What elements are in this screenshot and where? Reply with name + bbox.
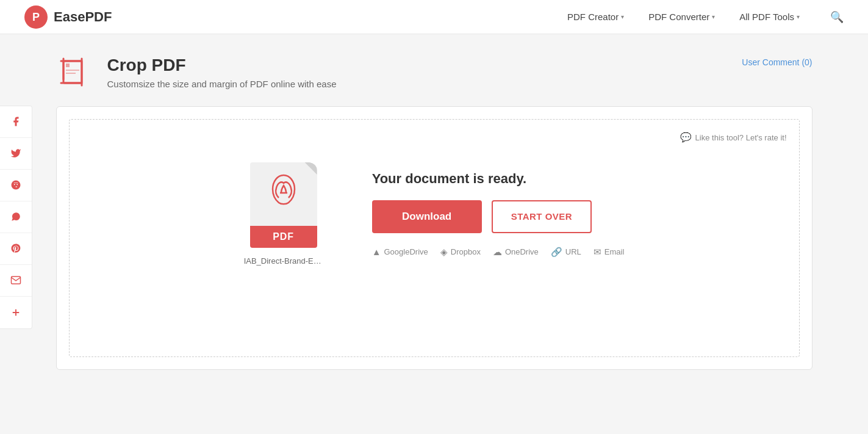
download-button[interactable]: Download: [372, 200, 482, 233]
pdf-preview: PDF IAB_Direct-Brand-Economy-20...: [244, 162, 323, 266]
pdf-label-text: PDF: [273, 231, 294, 242]
page-subtitle: Customsize the size and margin of PDF on…: [107, 79, 337, 89]
nav-pdf-creator-chevron: ▾: [621, 13, 624, 20]
acrobat-icon: [265, 172, 302, 209]
page-header-left: Crop PDF Customsize the size and margin …: [56, 52, 337, 92]
pdf-label-bar: PDF: [250, 226, 317, 248]
svg-text:P: P: [32, 11, 40, 23]
social-twitter[interactable]: [0, 138, 32, 170]
share-url[interactable]: 🔗 URL: [551, 247, 581, 258]
nav-all-pdf-tools[interactable]: All PDF Tools ▾: [739, 12, 800, 22]
email-label: Email: [604, 247, 625, 256]
social-more[interactable]: [0, 297, 32, 328]
nav-all-pdf-tools-chevron: ▾: [797, 13, 800, 20]
header: P EasePDF PDF Creator ▾ PDF Converter ▾ …: [0, 0, 868, 34]
googledrive-icon: ▲: [372, 247, 381, 257]
email-icon: ✉: [594, 247, 601, 258]
nav-pdf-creator[interactable]: PDF Creator ▾: [567, 12, 624, 22]
logo-icon: P: [24, 5, 48, 29]
chat-icon: 💬: [680, 132, 692, 143]
search-icon[interactable]: 🔍: [830, 10, 844, 24]
page-title-group: Crop PDF Customsize the size and margin …: [107, 56, 337, 89]
result-area: PDF IAB_Direct-Brand-Economy-20... Your …: [88, 138, 781, 278]
svg-point-3: [14, 184, 15, 185]
social-whatsapp[interactable]: [0, 201, 32, 233]
rate-tool-text: Like this tool? Let's rate it!: [695, 133, 787, 142]
social-facebook[interactable]: [0, 106, 32, 138]
nav-all-pdf-tools-label: All PDF Tools: [739, 12, 794, 22]
page-header: Crop PDF Customsize the size and margin …: [56, 52, 812, 92]
share-onedrive[interactable]: ☁ OneDrive: [493, 247, 539, 258]
svg-rect-14: [66, 73, 76, 74]
onedrive-label: OneDrive: [505, 247, 539, 256]
share-email[interactable]: ✉ Email: [594, 247, 625, 258]
dropbox-label: Dropbox: [451, 247, 481, 256]
rate-tool-link[interactable]: 💬 Like this tool? Let's rate it!: [680, 132, 787, 143]
start-over-button[interactable]: START OVER: [492, 200, 592, 233]
tool-inner: 💬 Like this tool? Let's rate it!: [69, 119, 800, 357]
share-options: ▲ GoogleDrive ◈ Dropbox ☁ OneDrive 🔗: [372, 247, 625, 258]
svg-point-2: [12, 181, 21, 190]
nav-pdf-creator-label: PDF Creator: [567, 12, 619, 22]
tool-container: 💬 Like this tool? Let's rate it!: [56, 106, 812, 370]
social-sidebar: [0, 106, 32, 329]
logo-text: EasePDF: [54, 9, 112, 25]
main-content: Crop PDF Customsize the size and margin …: [32, 34, 837, 388]
googledrive-label: GoogleDrive: [384, 247, 428, 256]
svg-rect-13: [66, 70, 79, 71]
page-title: Crop PDF: [107, 56, 337, 75]
nav-pdf-converter-chevron: ▾: [712, 13, 715, 20]
social-reddit[interactable]: [0, 170, 32, 201]
dropbox-icon: ◈: [440, 247, 448, 258]
nav-pdf-converter-label: PDF Converter: [648, 12, 709, 22]
nav-pdf-converter[interactable]: PDF Converter ▾: [648, 12, 715, 22]
social-email[interactable]: [0, 265, 32, 297]
share-googledrive[interactable]: ▲ GoogleDrive: [372, 247, 428, 257]
social-pinterest[interactable]: [0, 233, 32, 265]
main-nav: PDF Creator ▾ PDF Converter ▾ All PDF To…: [567, 10, 844, 24]
share-dropbox[interactable]: ◈ Dropbox: [440, 247, 481, 258]
url-icon: 🔗: [551, 247, 562, 258]
pdf-file-corner: [305, 162, 317, 175]
logo-link[interactable]: P EasePDF: [24, 5, 112, 29]
crop-pdf-icon: [56, 52, 95, 92]
pdf-icon-wrapper: PDF: [250, 162, 317, 248]
pdf-filename: IAB_Direct-Brand-Economy-20...: [244, 256, 323, 266]
svg-point-4: [16, 184, 18, 185]
onedrive-icon: ☁: [493, 247, 502, 258]
ready-text: Your document is ready.: [372, 171, 625, 187]
action-buttons: Download START OVER: [372, 200, 625, 233]
url-label: URL: [565, 247, 581, 256]
action-area: Your document is ready. Download START O…: [372, 171, 625, 258]
svg-rect-12: [66, 63, 70, 67]
pdf-file-bg: PDF: [250, 162, 317, 248]
user-comment-link[interactable]: User Comment (0): [742, 57, 812, 67]
